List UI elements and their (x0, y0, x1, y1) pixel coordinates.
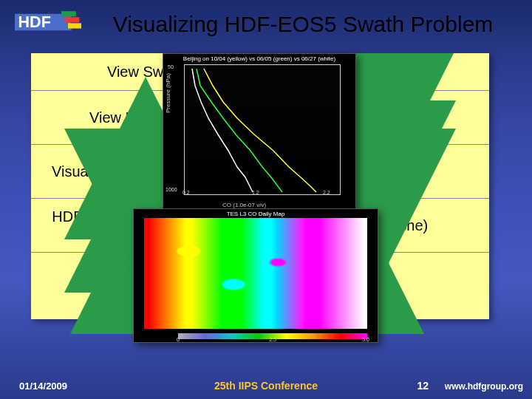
heatmap-surface (144, 218, 367, 329)
hdf-logo: HDF (15, 7, 81, 37)
ytick: 1000 (166, 187, 177, 192)
cf-option-text: CF option (355, 171, 424, 188)
world-heatmap: TES L3 CO Daily Map 0 2.5 5.0 (133, 208, 378, 343)
cbar-tick: 5.0 (362, 337, 369, 342)
line-chart-title: Beijing on 10/04 (yellow) vs 06/05 (gree… (163, 54, 355, 62)
cbar-tick: 2.5 (269, 337, 276, 342)
footer-page-number: 12 (417, 380, 429, 392)
ytick: 50 (168, 64, 174, 69)
ylabel: Pressure (hPa) (165, 73, 171, 113)
xtick: 2.2 (323, 190, 330, 195)
footer: 01/14/2009 25th IIPS Conference 12 www.h… (0, 374, 532, 392)
xtick: 1.2 (252, 190, 259, 195)
world-title: TES L3 CO Daily Map (134, 209, 378, 217)
line-plot-area (184, 64, 341, 195)
slide: HDF Visualizing HDF-EOS5 Swath Problem V… (0, 0, 532, 399)
svg-rect-1 (61, 11, 76, 16)
xtick: 0.2 (183, 190, 190, 195)
line-series (185, 65, 340, 194)
svg-text:HDF: HDF (18, 13, 51, 31)
slide-title: Visualizing HDF-EOS5 Swath Problem (89, 12, 517, 37)
line-chart: Beijing on 10/04 (yellow) vs 06/05 (gree… (163, 53, 356, 210)
svg-rect-2 (65, 17, 80, 22)
svg-rect-3 (68, 23, 81, 28)
cbar-tick: 0 (177, 337, 180, 342)
footer-hdfgroup: www.hdfgroup.org (445, 381, 523, 392)
xlabel: CO (1.0e-07 v/v) (222, 202, 266, 208)
